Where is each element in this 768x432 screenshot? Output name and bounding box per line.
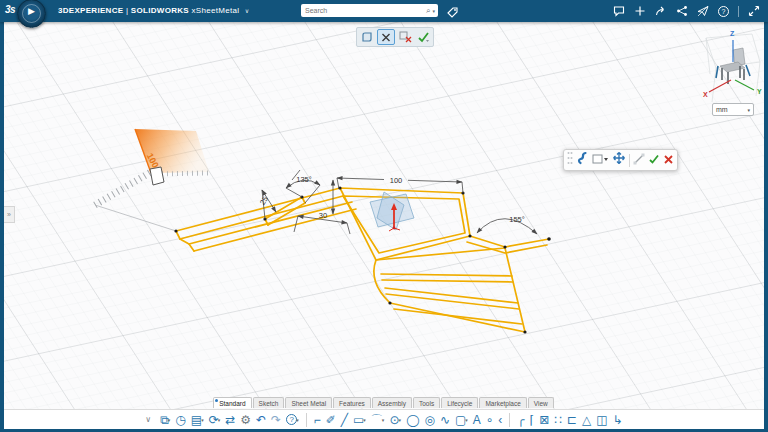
scene-canvas[interactable]: 100 [4,22,764,428]
flange-width-label[interactable]: 25 [258,195,270,207]
discard-sketch-icon[interactable] [397,30,413,44]
trim-tool-icon[interactable]: ⊠ [539,414,549,426]
action-bar-icons: ∨ ⧉▾◷▤▾⟳▾⇄⚙↶↷?▾⌐✐╱▭▾⌒▾⊙▾◯◎∿▢▾A∘‹╭⌈⊠∷⊏△◫↳ [145,413,622,427]
toolbar-separator [509,413,510,427]
app-chevron-icon[interactable]: ∨ [245,8,250,14]
add-icon[interactable] [634,5,646,17]
tab-lifecycle[interactable]: Lifecycle [441,397,478,408]
context-toolbar [563,149,678,171]
search-box[interactable]: ⌕ ▾ [301,4,438,17]
properties-icon[interactable]: ⇄ [225,414,235,426]
axis-y-label[interactable]: Y [757,88,762,95]
tab-standard[interactable]: Standard [213,397,251,408]
point-tool-icon[interactable]: ∘ [486,414,494,426]
axis-z-label[interactable]: Z [730,30,735,37]
share-arrow-icon[interactable] [655,5,667,17]
bottom-tabs: StandardSketchSheet MetalFeaturesAssembl… [0,397,768,408]
fillet-tool-icon[interactable]: ╭ [517,414,524,426]
cancel-icon[interactable] [663,151,674,169]
3ds-logo: 3s [5,4,15,15]
accept-sketch-icon[interactable] [415,30,431,44]
tab-marketplace[interactable]: Marketplace [479,397,526,408]
history-icon[interactable]: ◷ [175,414,185,426]
ellipse-tool-icon[interactable]: ◯ [406,414,419,426]
sync-icon-caret[interactable]: ▾ [218,417,221,423]
solidworks-3dexperience-window: { "titlebar": { "brand": "3DEXPERIENCE",… [0,0,768,432]
sketch-feature-icon[interactable] [576,151,589,169]
brand-label: 3DEXPERIENCE [58,6,123,15]
help-icon-caret[interactable]: ▾ [296,417,299,423]
rectangle-tool-icon-caret[interactable]: ▾ [363,417,366,423]
polygon-tool-icon[interactable]: △ [582,414,591,426]
flange-offset-label[interactable]: 30 [319,211,327,220]
fullscreen-icon[interactable] [748,5,760,17]
tag-icon[interactable] [447,5,459,23]
left-panel-expander[interactable]: » [4,206,15,223]
plane-icon[interactable] [359,30,375,44]
new-content-icon-caret[interactable]: ▾ [168,417,171,423]
active-tab-dot [215,399,218,402]
dimension-icon[interactable]: ✐ [326,414,336,426]
perimeter-circle-icon[interactable]: ◎ [424,414,434,426]
drag-handle[interactable] [567,151,573,169]
circle-tool-icon-caret[interactable]: ▾ [398,417,401,423]
line-segment-icon[interactable] [633,151,645,169]
share-nodes-icon[interactable] [676,5,688,17]
tab-sketch[interactable]: Sketch [253,397,285,408]
plane-select-dropdown[interactable] [592,151,609,169]
tab-assembly[interactable]: Assembly [372,397,412,408]
text-tool-icon[interactable]: A [473,414,481,426]
width-dim-label[interactable]: 100 [390,176,403,185]
top-bar: 3s ▶ 3DEXPERIENCE | SOLIDWORKS xSheetMet… [0,0,768,22]
compass-button[interactable]: ▶ [17,0,46,28]
tab-sheet-metal[interactable]: Sheet Metal [285,397,332,408]
units-chevron-icon: ▾ [747,107,750,113]
topbar-separator [738,6,739,17]
right-bend-angle-label[interactable]: 155° [509,215,525,224]
expander-chevrons-icon: » [7,211,11,218]
spline-tool-icon[interactable]: ∿ [440,414,450,426]
project-cube-icon[interactable]: ◫ [596,414,607,426]
topbar-right-icons: ? [613,5,760,17]
tab-tools[interactable]: Tools [413,397,440,408]
brand-divider: | [126,6,128,15]
search-icon[interactable]: ⌕ [426,6,430,16]
units-dropdown[interactable]: mm ▾ [712,103,754,116]
polyline-tool-icon[interactable]: ‹ [498,414,502,426]
toolbar-collapse-chevron[interactable]: ∨ [145,415,151,424]
pointer-tool-icon[interactable] [377,29,395,45]
offset-tool-icon[interactable]: ∷ [554,414,562,426]
move-icon[interactable] [612,151,626,169]
action-bar: ∨ ⧉▾◷▤▾⟳▾⇄⚙↶↷?▾⌐✐╱▭▾⌒▾⊙▾◯◎∿▢▾A∘‹╭⌈⊠∷⊏△◫↳ [4,409,764,429]
export-sketch-icon[interactable]: ↳ [613,414,623,426]
settings-gear-icon[interactable]: ⚙ [240,414,251,426]
left-bend-angle-label[interactable]: 135° [296,175,312,184]
3d-viewport[interactable]: 100 [4,22,764,428]
ruler-handle[interactable] [150,167,164,185]
help-icon[interactable]: ? [718,6,729,17]
convert-entities-icon[interactable]: ⊏ [567,414,577,426]
search-input[interactable] [301,7,426,14]
sketch-icon[interactable]: ⌐ [314,414,321,426]
context-separator [629,154,630,167]
origin-sketch-planes[interactable] [370,192,414,231]
axis-x-label[interactable]: X [703,91,708,98]
search-chevron-icon[interactable]: ▾ [432,8,435,14]
app-name-label[interactable]: xSheetMetal [192,6,240,15]
undo-icon[interactable]: ↶ [256,414,266,426]
tangent-arc-icon[interactable]: ⌈ [530,414,535,426]
tab-view[interactable]: View [528,397,554,408]
confirm-icon[interactable] [648,151,660,169]
slot-tool-icon-caret[interactable]: ▾ [465,417,468,423]
toolbar-separator [306,413,307,427]
tab-features[interactable]: Features [333,397,371,408]
save-icon-caret[interactable]: ▾ [201,417,204,423]
arc-tool-icon-caret[interactable]: ▾ [382,417,385,423]
send-plane-icon[interactable] [697,5,709,17]
units-value: mm [716,106,728,113]
redo-icon[interactable]: ↷ [271,414,281,426]
chat-icon[interactable] [613,5,625,17]
product-label: SOLIDWORKS [131,6,189,15]
line-tool-icon[interactable]: ╱ [341,414,348,426]
app-title: 3DEXPERIENCE | SOLIDWORKS xSheetMetal ∨ [58,6,250,15]
